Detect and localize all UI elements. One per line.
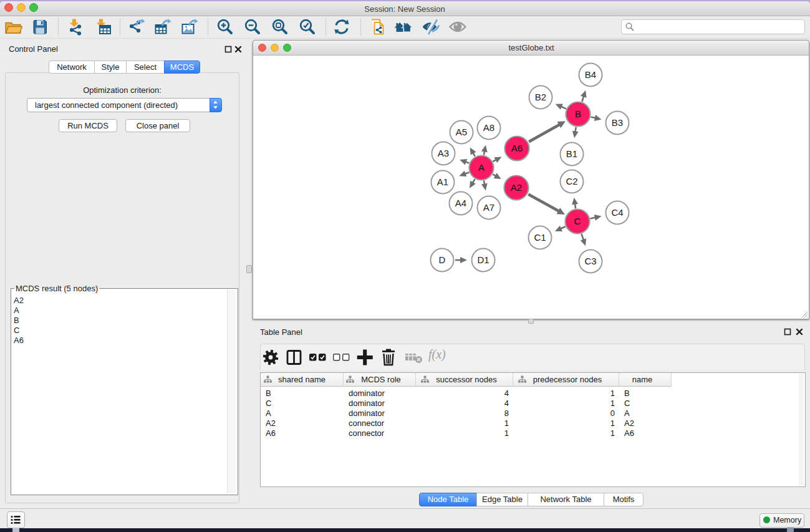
svg-text:B3: B3 (612, 117, 623, 128)
svg-text:A7: A7 (483, 202, 494, 213)
svg-text:D1: D1 (477, 254, 489, 265)
svg-text:D: D (439, 254, 446, 265)
svg-text:A4: A4 (455, 198, 466, 208)
svg-text:A3: A3 (438, 148, 449, 158)
svg-text:C: C (574, 216, 581, 226)
svg-text:A5: A5 (456, 127, 467, 137)
svg-text:C2: C2 (566, 176, 577, 186)
svg-text:A6: A6 (511, 143, 523, 153)
svg-text:C3: C3 (584, 256, 596, 266)
svg-text:A1: A1 (437, 177, 448, 187)
svg-text:A: A (478, 162, 485, 173)
svg-text:B: B (575, 109, 581, 119)
svg-text:C1: C1 (534, 232, 546, 243)
svg-text:B4: B4 (585, 69, 596, 80)
svg-text:B1: B1 (566, 148, 577, 159)
svg-text:C4: C4 (611, 207, 623, 218)
svg-text:B2: B2 (535, 92, 546, 102)
svg-text:A8: A8 (483, 122, 494, 133)
svg-text:A2: A2 (511, 182, 522, 193)
